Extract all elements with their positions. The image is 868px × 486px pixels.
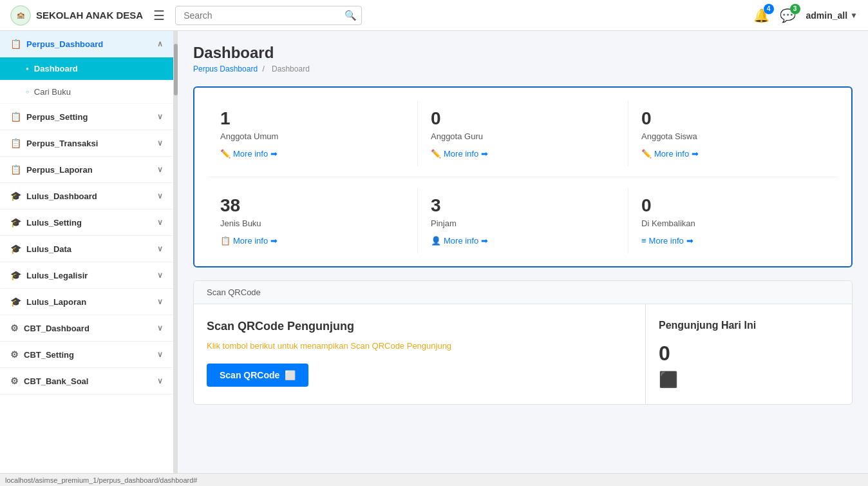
breadcrumb-current: Dashboard (272, 64, 310, 73)
cbt-setting-label: CBT_Setting (24, 350, 74, 360)
person-icon: 👤 (431, 236, 441, 246)
lulus-setting-label: Lulus_Setting (26, 218, 82, 228)
message-badge: 3 (790, 4, 800, 14)
chevron-down-icon: ∨ (157, 271, 163, 280)
sidebar-group-header-cbt-dashboard[interactable]: ⚙ CBT_Dashboard ∨ (0, 315, 173, 342)
cbt-dashboard-label: CBT_Dashboard (24, 324, 90, 333)
sidebar-group-header-lulus-laporan[interactable]: 🎓 Lulus_Laporan ∨ (0, 289, 173, 315)
sidebar-group-header-cbt-bank-soal[interactable]: ⚙ CBT_Bank_Soal ∨ (0, 368, 173, 394)
arrow-right-icon: ➡ (481, 236, 488, 246)
anggota-siswa-number: 0 (641, 108, 826, 129)
chevron-down-icon: ∨ (157, 297, 163, 306)
search-input[interactable] (175, 6, 362, 25)
sidebar-group-header-perpus-setting[interactable]: 📋 Perpus_Setting ∨ (0, 104, 173, 130)
arrow-right-icon: ➡ (270, 149, 278, 159)
chevron-down-icon: ∨ (157, 324, 163, 333)
search-box: 🔍 (175, 6, 362, 25)
cari-buku-label: Cari Buku (34, 87, 71, 97)
perpus-dashboard-icon: 📋 (10, 39, 21, 49)
chevron-down-icon: ∨ (157, 244, 163, 253)
lulus-legalisir-label: Lulus_Legalisir (26, 271, 88, 280)
jenis-buku-label: Jenis Buku (220, 219, 404, 228)
qr-code-icon: ⬛ (659, 371, 839, 389)
sidebar-group-header-lulus-data[interactable]: 🎓 Lulus_Data ∨ (0, 236, 173, 262)
lulus-dashboard-icon: 🎓 (10, 191, 21, 201)
brand: 🏫 SEKOLAH ANAK DESA (10, 5, 143, 26)
sidebar-group-header-perpus-dashboard[interactable]: 📋 Perpus_Dashboard ∧ (0, 31, 173, 57)
anggota-umum-label: Anggota Umum (220, 131, 404, 141)
anggota-umum-more-info[interactable]: ✏️ More info ➡ (220, 149, 404, 159)
more-info-label: More info (233, 236, 268, 246)
more-info-label: More info (444, 236, 478, 246)
chevron-down-icon: ∨ (157, 218, 163, 227)
jenis-buku-number: 38 (220, 195, 404, 216)
user-dropdown[interactable]: admin_all ▼ (806, 10, 858, 21)
sidebar-item-cari-buku[interactable]: ○ Cari Buku (0, 81, 173, 104)
arrow-right-icon: ➡ (481, 149, 488, 159)
lulus-setting-icon: 🎓 (10, 217, 21, 228)
pinjam-more-info[interactable]: 👤 More info ➡ (431, 236, 615, 246)
caret-down-icon: ▼ (850, 11, 858, 20)
visitor-count: 0 (659, 342, 839, 365)
breadcrumb-separator: / (262, 64, 264, 73)
perpus-laporan-label: Perpus_Laporan (26, 165, 93, 175)
anggota-umum-number: 1 (220, 108, 404, 129)
chevron-down-icon: ∨ (157, 112, 163, 121)
stat-card-jenis-buku: 38 Jenis Buku 📋 More info ➡ (207, 188, 418, 253)
hamburger-button[interactable]: ☰ (151, 5, 167, 26)
sidebar-group-header-lulus-dashboard[interactable]: 🎓 Lulus_Dashboard ∨ (0, 183, 173, 209)
perpus-transaksi-label: Perpus_Transaksi (26, 139, 98, 148)
arrow-right-icon: ➡ (686, 236, 693, 246)
main-content: Dashboard Perpus Dashboard / Dashboard 1… (178, 31, 868, 473)
stat-card-anggota-guru: 0 Anggota Guru ✏️ More info ➡ (418, 101, 628, 166)
breadcrumb-parent[interactable]: Perpus Dashboard (193, 64, 258, 73)
book-icon: 📋 (220, 236, 231, 246)
stats-row-1: 1 Anggota Umum ✏️ More info ➡ 0 Anggota … (207, 101, 838, 166)
chevron-down-icon: ∨ (157, 165, 163, 174)
sidebar: 📋 Perpus_Dashboard ∧ ● Dashboard ○ Cari … (0, 31, 174, 473)
anggota-guru-label: Anggota Guru (431, 131, 615, 141)
sidebar-group-header-perpus-transaksi[interactable]: 📋 Perpus_Transaksi ∨ (0, 130, 173, 157)
top-navigation: 🏫 SEKOLAH ANAK DESA ☰ 🔍 🔔 4 💬 3 admin_al… (0, 0, 868, 31)
chevron-down-icon: ∨ (157, 350, 163, 359)
list-icon: ≡ (641, 236, 646, 246)
more-info-label: More info (444, 149, 478, 159)
cbt-setting-icon: ⚙ (10, 349, 19, 360)
cbt-bank-soal-label: CBT_Bank_Soal (24, 376, 88, 386)
jenis-buku-more-info[interactable]: 📋 More info ➡ (220, 236, 404, 246)
topnav-right: 🔔 4 💬 3 admin_all ▼ (753, 8, 858, 23)
qr-icon: ⬜ (285, 370, 296, 380)
inactive-dot: ○ (26, 89, 29, 95)
lulus-data-icon: 🎓 (10, 244, 21, 254)
anggota-siswa-more-info[interactable]: ✏️ More info ➡ (641, 149, 826, 159)
perpus-dashboard-label: Perpus_Dashboard (26, 39, 103, 49)
cbt-bank-soal-icon: ⚙ (10, 376, 19, 386)
edit-icon: ✏️ (641, 149, 652, 159)
di-kembalikan-more-info[interactable]: ≡ More info ➡ (641, 236, 826, 246)
edit-icon: ✏️ (220, 149, 231, 159)
stats-row-2: 38 Jenis Buku 📋 More info ➡ 3 Pinjam 👤 M… (207, 177, 838, 253)
sidebar-group-header-cbt-setting[interactable]: ⚙ CBT_Setting ∨ (0, 342, 173, 368)
anggota-guru-more-info[interactable]: ✏️ More info ➡ (431, 149, 615, 159)
scan-section: Scan QRCode Scan QRCode Pengunjung Klik … (193, 280, 853, 405)
sidebar-group-header-lulus-legalisir[interactable]: 🎓 Lulus_Legalisir ∨ (0, 262, 173, 289)
active-dot: ● (26, 66, 29, 72)
edit-icon: ✏️ (431, 149, 441, 159)
pinjam-number: 3 (431, 195, 615, 216)
scan-title: Scan QRCode Pengunjung (207, 320, 632, 333)
sidebar-item-dashboard[interactable]: ● Dashboard (0, 57, 173, 81)
cbt-dashboard-icon: ⚙ (10, 323, 19, 333)
sidebar-group-header-perpus-laporan[interactable]: 📋 Perpus_Laporan ∨ (0, 157, 173, 183)
url-bar: localhost/asimse_premium_1/perpus_dashbo… (0, 473, 868, 486)
search-icon[interactable]: 🔍 (344, 10, 357, 21)
notification-button[interactable]: 🔔 4 (753, 8, 769, 23)
sidebar-group-header-lulus-setting[interactable]: 🎓 Lulus_Setting ∨ (0, 209, 173, 236)
more-info-label: More info (654, 149, 689, 159)
chevron-down-icon: ∨ (157, 191, 163, 200)
chevron-down-icon: ∨ (157, 376, 163, 385)
page-title: Dashboard (193, 44, 853, 62)
user-label: admin_all (806, 10, 848, 21)
more-info-label: More info (649, 236, 684, 246)
scan-qrcode-button[interactable]: Scan QRCode ⬜ (207, 364, 308, 387)
messages-button[interactable]: 💬 3 (780, 8, 796, 23)
